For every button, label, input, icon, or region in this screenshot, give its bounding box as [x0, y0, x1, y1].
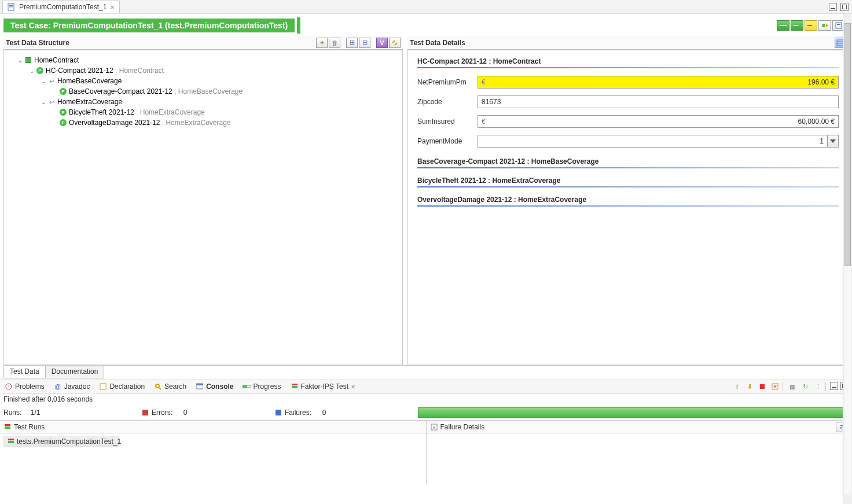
- lock-button[interactable]: ▦: [787, 382, 798, 391]
- product-icon: P: [35, 67, 45, 75]
- scrollbar-thumb[interactable]: [844, 23, 851, 266]
- suminsured-field[interactable]: € 60,000.00 €: [478, 115, 839, 128]
- twisty-icon[interactable]: ⌄: [28, 68, 35, 74]
- refresh-button[interactable]: ↻: [800, 382, 810, 391]
- minimize-button[interactable]: [829, 3, 837, 11]
- pane-title: Test Data Structure: [3, 39, 69, 47]
- tab-test-data[interactable]: Test Data: [3, 366, 46, 378]
- paymentmode-field[interactable]: 1: [478, 135, 827, 148]
- tree-node[interactable]: ⌄ P HC-Compact 2021-12 : HomeContract: [8, 65, 399, 76]
- tab-progress[interactable]: Progress: [238, 381, 285, 392]
- editor-bottom-tabs: Test Data Documentation: [3, 366, 849, 378]
- tab-label: Javadoc: [64, 382, 90, 391]
- svg-rect-26: [292, 384, 298, 385]
- tree-type: : HomeExtraCoverage: [136, 108, 205, 116]
- svg-rect-6: [794, 25, 798, 26]
- delete-button[interactable]: 🗑: [329, 38, 340, 48]
- validate-button[interactable]: V: [376, 38, 388, 48]
- svg-rect-5: [780, 25, 787, 26]
- next-button[interactable]: ⬇: [744, 382, 755, 391]
- run-test-button[interactable]: [818, 20, 831, 31]
- show-all-button[interactable]: [777, 20, 789, 31]
- tab-ipstest[interactable]: Faktor-IPS Test ✕: [286, 381, 360, 392]
- vertical-scrollbar[interactable]: [843, 14, 852, 504]
- view-minimize-button[interactable]: [830, 382, 838, 390]
- netpremium-field[interactable]: € 196.00 €: [478, 76, 839, 89]
- clear-button[interactable]: [770, 382, 780, 391]
- prev-button[interactable]: ⬆: [732, 382, 742, 391]
- zipcode-field[interactable]: 81673: [478, 95, 839, 108]
- tree-type: : HomeContract: [115, 67, 164, 75]
- tab-search[interactable]: Search: [149, 381, 191, 392]
- editor-tab[interactable]: PremiumComputationTest_1 ✕: [2, 1, 120, 13]
- svg-marker-15: [830, 139, 836, 143]
- add-button[interactable]: ＋: [316, 38, 328, 48]
- field-value: 60,000.00 €: [488, 117, 835, 126]
- views-tabbar: ! Problems @ Javadoc Declaration Search …: [0, 380, 852, 393]
- run-item-label: tests.PremiumComputationTest_1: [17, 437, 121, 446]
- product-icon: P: [58, 119, 68, 127]
- failure-details-column: x Failure Details ⇄: [427, 421, 853, 484]
- tab-declaration[interactable]: Declaration: [94, 381, 149, 392]
- svg-rect-31: [5, 426, 10, 429]
- tab-javadoc[interactable]: @ Javadoc: [49, 381, 95, 392]
- twisty-icon[interactable]: ⌄: [17, 57, 24, 64]
- tree-node[interactable]: · P BaseCoverage-Compact 2021-12 : HomeB…: [8, 86, 399, 97]
- tab-console[interactable]: Console: [191, 381, 238, 392]
- tab-label: Declaration: [109, 382, 145, 391]
- errors-label: Errors:: [152, 409, 172, 417]
- section-header: HC-Compact 2021-12 : HomeContract: [417, 57, 839, 68]
- runs-icon: [3, 423, 12, 431]
- tree-node[interactable]: · P BicycleTheft 2021-12 : HomeExtraCove…: [8, 107, 399, 117]
- tree-node[interactable]: ⌄ ↩ HomeExtraCoverage: [8, 97, 399, 107]
- console-icon: [196, 382, 204, 391]
- failure-icon: [276, 410, 281, 415]
- svg-rect-18: [100, 384, 106, 389]
- progress-icon: [243, 382, 251, 391]
- tab-label: Console: [206, 382, 233, 391]
- stop-button[interactable]: [757, 382, 767, 391]
- test-run-item[interactable]: tests.PremiumComputationTest_1: [3, 436, 119, 447]
- collapse-all-button[interactable]: ⊟: [359, 38, 370, 48]
- file-icon: [8, 3, 16, 11]
- tab-problems[interactable]: ! Problems: [0, 381, 49, 392]
- field-value: 196.00 €: [488, 78, 835, 86]
- expand-all-button[interactable]: ⊞: [346, 38, 358, 48]
- field-label: NetPremiumPm: [417, 78, 473, 86]
- results-area: Test Runs tests.PremiumComputationTest_1…: [0, 420, 852, 484]
- tree-node[interactable]: · P OvervoltageDamage 2021-12 : HomeExtr…: [8, 117, 399, 128]
- section-header: BaseCoverage-Compact 2021-12 : HomeBaseC…: [417, 157, 839, 168]
- show-expected-button[interactable]: [805, 20, 817, 31]
- error-icon: [142, 410, 148, 415]
- assoc-icon: ↩: [47, 98, 56, 106]
- svg-rect-25: [292, 386, 298, 388]
- product-icon: P: [58, 108, 68, 116]
- editor-tab-bar: PremiumComputationTest_1 ✕: [0, 0, 852, 14]
- tree-node-root[interactable]: ⌄ HomeContract: [8, 55, 399, 65]
- field-value: 1: [482, 137, 824, 145]
- maximize-button[interactable]: [840, 3, 849, 11]
- close-icon[interactable]: ✕: [351, 384, 355, 390]
- twisty-icon[interactable]: ⌄: [40, 99, 47, 105]
- close-icon[interactable]: ✕: [110, 4, 115, 10]
- runs-value: 1/1: [31, 409, 41, 417]
- menu-button[interactable]: ⋮: [813, 382, 823, 391]
- field-label: PaymentMode: [417, 137, 473, 145]
- tab-label: Progress: [253, 382, 281, 391]
- tree-node[interactable]: ⌄ ↩ HomeBaseCoverage: [8, 76, 399, 86]
- svg-rect-24: [243, 385, 247, 388]
- tree-label: BaseCoverage-Compact 2021-12: [69, 87, 172, 95]
- svg-point-8: [822, 24, 825, 27]
- field-label: Zipcode: [417, 98, 473, 106]
- link-button[interactable]: [389, 38, 401, 48]
- javadoc-icon: @: [54, 382, 62, 391]
- tab-documentation[interactable]: Documentation: [45, 366, 105, 378]
- tree[interactable]: ⌄ HomeContract ⌄ P HC-Compact 2021-12 : …: [4, 50, 402, 133]
- run-summary: Runs: 1/1 Errors: 0 Failures: 0: [0, 405, 852, 420]
- tab-label: Search: [164, 382, 186, 391]
- dropdown-button[interactable]: [827, 135, 839, 148]
- tree-label: HomeContract: [34, 56, 79, 64]
- svg-rect-27: [760, 384, 765, 389]
- show-input-button[interactable]: [791, 20, 803, 31]
- twisty-icon[interactable]: ⌄: [40, 78, 47, 84]
